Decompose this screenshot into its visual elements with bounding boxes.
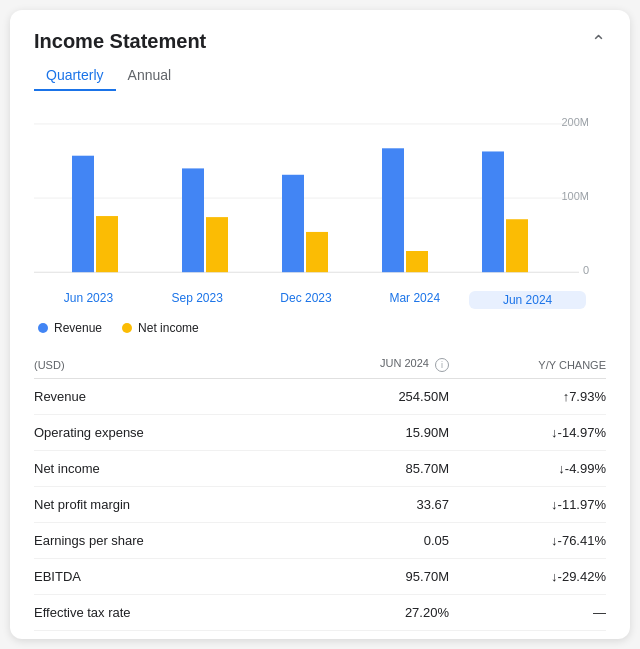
table-body: Revenue254.50M↑7.93%Operating expense15.… (34, 378, 606, 630)
card-header: Income Statement ⌃ (34, 30, 606, 53)
x-label-dec2023[interactable]: Dec 2023 (252, 291, 361, 309)
card-title: Income Statement (34, 30, 206, 53)
chart-svg: 200M 100M 0 (34, 107, 606, 287)
bar-netincome-jun2024[interactable] (506, 220, 528, 273)
legend-netincome-dot (122, 323, 132, 333)
cell-value: 0.05 (289, 522, 449, 558)
x-label-jun2024[interactable]: Jun 2024 (469, 291, 586, 309)
tab-group: QuarterlyAnnual (34, 61, 606, 91)
legend-revenue-dot (38, 323, 48, 333)
income-statement-card: Income Statement ⌃ QuarterlyAnnual 200M … (10, 10, 630, 638)
col-header-metric: (USD) (34, 351, 289, 378)
x-label-sep2023[interactable]: Sep 2023 (143, 291, 252, 309)
table-row: Revenue254.50M↑7.93% (34, 378, 606, 414)
legend-netincome-label: Net income (138, 321, 199, 335)
cell-change: — (449, 594, 606, 630)
cell-metric: Net profit margin (34, 486, 289, 522)
x-axis-labels: Jun 2023 Sep 2023 Dec 2023 Mar 2024 Jun … (34, 291, 606, 309)
cell-value: 27.20% (289, 594, 449, 630)
table-row: Net profit margin33.67↓-11.97% (34, 486, 606, 522)
cell-change: ↓-11.97% (449, 486, 606, 522)
cell-metric: Effective tax rate (34, 594, 289, 630)
col-header-value: JUN 2024 i (289, 351, 449, 378)
legend-revenue: Revenue (38, 321, 102, 335)
x-label-mar2024[interactable]: Mar 2024 (360, 291, 469, 309)
bar-revenue-jun2023[interactable] (72, 156, 94, 272)
bar-revenue-jun2024[interactable] (482, 152, 504, 273)
svg-text:100M: 100M (562, 190, 589, 202)
table-row: Operating expense15.90M↓-14.97% (34, 414, 606, 450)
chart-legend: Revenue Net income (38, 321, 606, 335)
tab-annual[interactable]: Annual (116, 61, 184, 91)
cell-metric: EBITDA (34, 558, 289, 594)
table-row: Effective tax rate27.20%— (34, 594, 606, 630)
cell-metric: Earnings per share (34, 522, 289, 558)
cell-metric: Revenue (34, 378, 289, 414)
cell-value: 85.70M (289, 450, 449, 486)
bar-revenue-mar2024[interactable] (382, 149, 404, 273)
financials-table: (USD) JUN 2024 i Y/Y CHANGE Revenue254.5… (34, 351, 606, 630)
cell-value: 95.70M (289, 558, 449, 594)
cell-change: ↓-4.99% (449, 450, 606, 486)
cell-metric: Net income (34, 450, 289, 486)
svg-text:0: 0 (583, 264, 589, 276)
x-label-jun2023[interactable]: Jun 2023 (34, 291, 143, 309)
cell-change: ↓-76.41% (449, 522, 606, 558)
svg-text:200M: 200M (562, 116, 589, 128)
cell-value: 15.90M (289, 414, 449, 450)
bar-chart: 200M 100M 0 (34, 107, 606, 287)
cell-metric: Operating expense (34, 414, 289, 450)
table-row: Earnings per share0.05↓-76.41% (34, 522, 606, 558)
bar-netincome-dec2023[interactable] (306, 232, 328, 272)
tab-quarterly[interactable]: Quarterly (34, 61, 116, 91)
legend-revenue-label: Revenue (54, 321, 102, 335)
cell-change: ↓-29.42% (449, 558, 606, 594)
info-icon[interactable]: i (435, 358, 449, 372)
table-row: EBITDA95.70M↓-29.42% (34, 558, 606, 594)
cell-change: ↑7.93% (449, 378, 606, 414)
collapse-icon[interactable]: ⌃ (591, 31, 606, 53)
bar-netincome-sep2023[interactable] (206, 218, 228, 273)
cell-value: 254.50M (289, 378, 449, 414)
bar-revenue-sep2023[interactable] (182, 169, 204, 273)
bar-netincome-jun2023[interactable] (96, 217, 118, 273)
table-row: Net income85.70M↓-4.99% (34, 450, 606, 486)
cell-change: ↓-14.97% (449, 414, 606, 450)
bar-netincome-mar2024[interactable] (406, 251, 428, 272)
bar-revenue-dec2023[interactable] (282, 175, 304, 272)
col-header-change: Y/Y CHANGE (449, 351, 606, 378)
table-header-row: (USD) JUN 2024 i Y/Y CHANGE (34, 351, 606, 378)
legend-netincome: Net income (122, 321, 199, 335)
col-header-value-text: JUN 2024 (380, 357, 429, 369)
cell-value: 33.67 (289, 486, 449, 522)
